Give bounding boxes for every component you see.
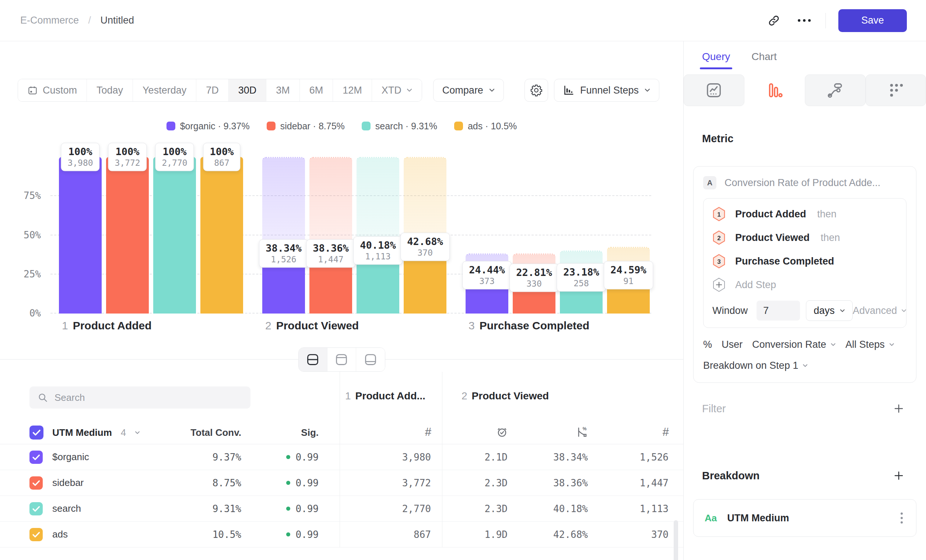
funnel-bar[interactable] (59, 157, 102, 313)
query-step-row[interactable]: 2Product Viewedthen (713, 226, 897, 250)
conv-rate-column-icon[interactable]: % (576, 426, 588, 438)
bar-value-label: 42.68%370 (400, 233, 450, 261)
add-filter-button[interactable] (890, 400, 908, 418)
count-column-icon[interactable]: # (425, 425, 431, 439)
chart-settings-button[interactable] (525, 79, 548, 102)
top-bar: E-Commerce / Untitled Save (0, 0, 926, 41)
total-conv-column-header[interactable]: Total Conv. (162, 427, 241, 439)
advanced-dropdown[interactable]: Advanced (853, 305, 906, 316)
breadcrumb-project[interactable]: E-Commerce (20, 15, 79, 26)
date-range-30d[interactable]: 30D (229, 79, 267, 101)
query-step-row[interactable]: 3Purchase Completed (713, 250, 897, 273)
chart-type-retention[interactable] (865, 74, 926, 106)
measure-scope-dropdown[interactable]: All Steps (845, 339, 894, 350)
chevron-down-icon (489, 88, 495, 92)
funnel-bar[interactable] (153, 157, 196, 313)
avg-time-cell: 2.3D (442, 470, 522, 495)
step1-column-label[interactable]: Product Add... (356, 390, 425, 402)
date-range-yesterday[interactable]: Yesterday (133, 79, 196, 101)
bar-pct-value: 38.36% (313, 242, 349, 253)
layout-table-only-button[interactable] (356, 348, 385, 371)
layout-split-button[interactable] (299, 348, 327, 371)
funnel-bar[interactable] (106, 157, 149, 313)
funnel-bar-slot: 23.18%258 (560, 157, 602, 313)
chart-type-selector[interactable]: Funnel Steps (554, 79, 659, 102)
search-input[interactable] (54, 392, 242, 403)
step-hexagon-badge: 1 (713, 207, 726, 221)
select-all-checkbox[interactable] (29, 425, 44, 439)
breakdown-column-header[interactable]: UTM Medium (52, 427, 112, 439)
table-row[interactable]: $organic9.37%0.993,9802.1D38.34%1,526 (0, 444, 683, 470)
date-range-control: CustomTodayYesterday7D30D3M6M12MXTD (18, 79, 422, 102)
chevron-down-icon[interactable] (135, 431, 140, 434)
funnel-bar[interactable] (200, 157, 243, 313)
date-range-6m[interactable]: 6M (300, 79, 333, 101)
avg-time-column-icon[interactable] (496, 426, 508, 438)
window-value-input[interactable] (757, 301, 800, 321)
table-row[interactable]: sidebar8.75%0.993,7722.3D38.36%1,447 (0, 470, 683, 496)
add-step-button[interactable]: Add Step (713, 273, 897, 297)
row-checkbox[interactable] (29, 528, 43, 541)
tab-chart[interactable]: Chart (751, 51, 776, 68)
share-link-button[interactable] (765, 12, 783, 29)
query-step-row[interactable]: 1Product Addedthen (713, 202, 897, 226)
breadcrumb-title[interactable]: Untitled (101, 15, 135, 26)
step1-count-cell: 3,772 (340, 470, 442, 495)
legend-item[interactable]: $organic · 9.37% (166, 121, 250, 132)
measure-symbol: % (703, 339, 712, 350)
table-row[interactable]: search9.31%0.992,7702.3D40.18%1,113 (0, 496, 683, 522)
measure-row: % User Conversion Rate All Steps (703, 339, 906, 350)
funnel-steps-card: 1Product Addedthen2Product Viewedthen3Pu… (703, 198, 906, 328)
count-column-icon[interactable]: # (663, 425, 669, 439)
date-range-3m[interactable]: 3M (266, 79, 300, 101)
breakdown-on-dropdown[interactable]: Breakdown on Step 1 (703, 360, 906, 371)
date-range-today[interactable]: Today (87, 79, 133, 101)
step2-count-cell: 1,526 (602, 444, 683, 470)
date-range-7d[interactable]: 7D (196, 79, 229, 101)
add-breakdown-button[interactable] (890, 467, 908, 484)
row-checkbox[interactable] (29, 476, 43, 490)
chart-type-funnels[interactable] (744, 74, 805, 106)
funnel-bar-slot: 100%3,980 (59, 157, 102, 313)
date-range-xtd[interactable]: XTD (372, 79, 422, 101)
total-conv-cell: 8.75% (162, 477, 241, 489)
bar-pct-value: 38.34% (266, 242, 302, 254)
window-unit-dropdown[interactable]: days (806, 300, 853, 321)
step2-column-label[interactable]: Product Viewed (472, 390, 549, 402)
chart-type-flows[interactable] (805, 74, 865, 106)
row-checkbox[interactable] (29, 451, 43, 464)
add-step-hexagon-icon (713, 277, 726, 292)
measure-metric-dropdown[interactable]: Conversion Rate (752, 339, 836, 350)
date-range-custom[interactable]: Custom (18, 79, 87, 101)
chart-type-insights[interactable] (684, 74, 744, 106)
row-checkbox[interactable] (29, 502, 43, 515)
sig-column-header[interactable]: Sig. (241, 427, 319, 439)
ellipsis-icon (798, 19, 811, 22)
row-name-cell: ads (0, 528, 162, 541)
legend-item[interactable]: sidebar · 8.75% (267, 121, 345, 132)
table-row[interactable]: ads10.5%0.998671.9D42.68%370 (0, 522, 683, 548)
bar-count-value: 1,113 (360, 252, 396, 261)
bar-value-label: 22.81%330 (509, 264, 559, 292)
measure-scope-label: All Steps (845, 339, 885, 350)
y-axis-tick: 25% (24, 268, 41, 279)
measure-entity[interactable]: User (722, 339, 743, 350)
date-range-12m[interactable]: 12M (333, 79, 372, 101)
more-menu-button[interactable] (795, 12, 813, 29)
funnel-bar-slot: 100%2,770 (153, 157, 196, 313)
scrollbar-thumb[interactable] (674, 520, 678, 560)
tab-query[interactable]: Query (702, 51, 730, 68)
breakdown-item[interactable]: Aa UTM Medium (693, 499, 917, 537)
y-axis-tick: 0% (29, 308, 41, 319)
layout-chart-only-button[interactable] (327, 348, 356, 371)
legend-item[interactable]: ads · 10.5% (454, 121, 517, 132)
funnel-step-axis: 1Product Added2Product Viewed3Purchase C… (50, 319, 683, 336)
chart-legend: $organic · 9.37%sidebar · 8.75%search · … (0, 121, 683, 131)
save-button[interactable]: Save (838, 9, 907, 32)
compare-button[interactable]: Compare (433, 79, 504, 102)
conv-rate-cell: 40.18% (522, 496, 602, 521)
date-range-label: Custom (43, 85, 77, 96)
metric-title[interactable]: Conversion Rate of Product Adde... (725, 177, 880, 189)
kebab-menu-icon[interactable] (898, 510, 905, 526)
legend-item[interactable]: search · 9.31% (362, 121, 437, 132)
